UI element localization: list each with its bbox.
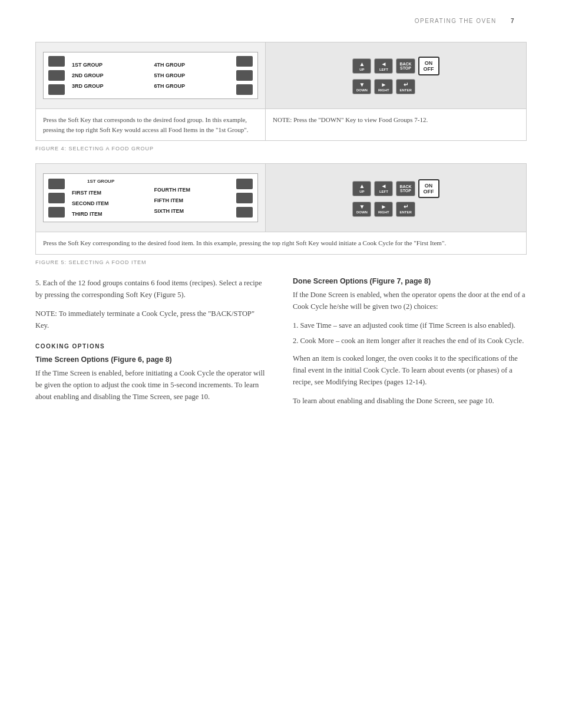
item-4: FOURTH ITEM <box>152 186 232 194</box>
menu-col-2-5: FOURTH ITEM FIFTH ITEM SIXTH ITEM <box>152 177 232 218</box>
keypad-4: ▲ UP ◄ LEFT BACK STOP ON OFF ▼ DOWN <box>352 57 439 94</box>
soft-key-top-left-4[interactable] <box>48 56 65 67</box>
group-4: 4TH GROUP <box>152 61 232 69</box>
soft-key-mid-left-5[interactable] <box>48 193 65 203</box>
figure-4-keypad: ▲ UP ◄ LEFT BACK STOP ON OFF ▼ DOWN <box>266 42 526 108</box>
done-screen-item2: 2. Cook More – cook an item longer after… <box>293 335 527 347</box>
item-2: SECOND ITEM <box>70 199 150 207</box>
page-header: OPERATING THE OVEN 7 <box>35 18 527 24</box>
right-arrow-icon-5: ► <box>381 204 386 210</box>
content-left: 5. Each of the 12 food groups contains 6… <box>35 277 269 414</box>
left-key-4[interactable]: ◄ LEFT <box>374 58 393 74</box>
item-5: FIFTH ITEM <box>152 196 232 205</box>
up-arrow-icon-5: ▲ <box>359 183 365 189</box>
soft-key-mid-right-5[interactable] <box>236 193 253 203</box>
soft-key-top-left-5[interactable] <box>48 179 65 189</box>
soft-keys-left-5 <box>48 179 65 218</box>
group-5: 5TH GROUP <box>152 71 232 80</box>
down-arrow-icon-5: ▼ <box>359 204 365 210</box>
down-arrow-icon: ▼ <box>359 82 365 88</box>
up-key-4[interactable]: ▲ UP <box>352 58 371 74</box>
soft-key-mid-left-4[interactable] <box>48 70 65 81</box>
up-label: UP <box>359 68 364 71</box>
up-arrow-icon: ▲ <box>359 61 365 67</box>
menu-col-2-4: 4TH GROUP 5TH GROUP 6TH GROUP <box>152 61 232 90</box>
down-key-5[interactable]: ▼ DOWN <box>352 202 371 217</box>
soft-key-bot-right-5[interactable] <box>236 207 253 218</box>
group-6: 6TH GROUP <box>152 82 232 90</box>
right-arrow-icon: ► <box>381 82 386 88</box>
on-off-key-5[interactable]: ON OFF <box>418 179 439 198</box>
right-label: RIGHT <box>378 88 389 92</box>
group-3: 3RD GROUP <box>70 82 150 90</box>
figure-5-box: 1ST GROUP FIRST ITEM SECOND ITEM THIRD I… <box>35 163 527 255</box>
keypad-row-bottom-5: ▼ DOWN ► RIGHT ↵ ENTER <box>352 202 439 217</box>
figure-4-label: FIGURE 4: Selecting a Food Group <box>35 146 527 151</box>
soft-key-bot-left-5[interactable] <box>48 207 65 218</box>
enter-arrow-icon-5: ↵ <box>404 204 408 210</box>
up-key-5[interactable]: ▲ UP <box>352 181 371 196</box>
down-label-5: DOWN <box>356 210 368 214</box>
enter-arrow-icon: ↵ <box>404 82 408 88</box>
figure-5-captions: Press the Soft Key corresponding to the … <box>36 232 526 254</box>
note-text: NOTE: To immediately terminate a Cook Cy… <box>35 308 269 331</box>
figure-4-caption-right: NOTE: Press the "DOWN" Key to view Food … <box>266 109 526 140</box>
figure-4-box: 1ST GROUP 2ND GROUP 3RD GROUP 4TH GROUP … <box>35 42 527 141</box>
keypad-5: ▲ UP ◄ LEFT BACK STOP ON OFF ▼ DOWN <box>352 179 439 217</box>
right-key-4[interactable]: ► RIGHT <box>374 79 393 94</box>
keypad-row-bottom: ▼ DOWN ► RIGHT ↵ ENTER <box>352 79 439 94</box>
done-screen-text1: If the Done Screen is enabled, when the … <box>293 289 527 312</box>
soft-key-top-right-4[interactable] <box>236 56 253 67</box>
enter-key-5[interactable]: ↵ ENTER <box>396 202 415 217</box>
menu-grid-4: 1ST GROUP 2ND GROUP 3RD GROUP 4TH GROUP … <box>70 61 232 90</box>
page-number: 7 <box>511 18 515 24</box>
group-2: 2ND GROUP <box>70 71 150 80</box>
enter-key-4[interactable]: ↵ ENTER <box>396 79 415 94</box>
soft-key-top-right-5[interactable] <box>236 179 253 189</box>
time-screen-text: If the Time Screen is enabled, before in… <box>35 367 269 403</box>
back-stop-key-5[interactable]: BACK STOP <box>396 181 415 196</box>
figure-4-caption-left: Press the Soft Key that corresponds to t… <box>36 109 266 140</box>
down-key-4[interactable]: ▼ DOWN <box>352 79 371 94</box>
group-1: 1ST GROUP <box>70 61 150 69</box>
menu-col-1-4: 1ST GROUP 2ND GROUP 3RD GROUP <box>70 61 150 90</box>
enter-label: ENTER <box>399 88 411 92</box>
on-off-key-4[interactable]: ON OFF <box>418 57 439 75</box>
item-1: FIRST ITEM <box>70 189 150 197</box>
figure-4-display: 1ST GROUP 2ND GROUP 3RD GROUP 4TH GROUP … <box>36 42 266 108</box>
left-arrow-icon-5: ◄ <box>381 183 386 189</box>
done-screen-text2: When an item is cooked longer, the oven … <box>293 353 527 388</box>
item-6: SIXTH ITEM <box>152 207 232 215</box>
soft-keys-left-4 <box>48 56 65 95</box>
menu-grid-5: 1ST GROUP FIRST ITEM SECOND ITEM THIRD I… <box>70 177 232 218</box>
oven-screen-4: 1ST GROUP 2ND GROUP 3RD GROUP 4TH GROUP … <box>43 52 258 99</box>
item-3: THIRD ITEM <box>70 210 150 218</box>
keypad-row-top: ▲ UP ◄ LEFT BACK STOP ON OFF <box>352 57 439 75</box>
soft-key-bot-right-4[interactable] <box>236 84 253 95</box>
keypad-row-top-5: ▲ UP ◄ LEFT BACK STOP ON OFF <box>352 179 439 198</box>
figure-4-captions: Press the Soft Key that corresponds to t… <box>36 108 526 140</box>
soft-key-mid-right-4[interactable] <box>236 70 253 81</box>
right-key-5[interactable]: ► RIGHT <box>374 202 393 217</box>
time-screen-heading: Time Screen Options (Figure 6, page 8) <box>35 355 269 364</box>
header-title: OPERATING THE OVEN <box>415 18 497 24</box>
up-label-5: UP <box>359 190 364 193</box>
left-key-5[interactable]: ◄ LEFT <box>374 181 393 196</box>
left-label-5: LEFT <box>379 190 388 193</box>
figure-4-inner: 1ST GROUP 2ND GROUP 3RD GROUP 4TH GROUP … <box>36 42 526 108</box>
figure-5-keypad: ▲ UP ◄ LEFT BACK STOP ON OFF ▼ DOWN <box>266 164 526 232</box>
figure-5-display: 1ST GROUP FIRST ITEM SECOND ITEM THIRD I… <box>36 164 266 232</box>
soft-keys-right-4 <box>236 56 253 95</box>
soft-key-bot-left-4[interactable] <box>48 84 65 95</box>
figure-5-label: FIGURE 5: Selecting a Food Item <box>35 259 527 265</box>
back-stop-key-4[interactable]: BACK STOP <box>396 58 415 74</box>
oven-screen-5: 1ST GROUP FIRST ITEM SECOND ITEM THIRD I… <box>43 173 258 222</box>
down-label: DOWN <box>356 88 368 92</box>
main-content: 5. Each of the 12 food groups contains 6… <box>35 277 527 414</box>
figure-5-caption: Press the Soft Key corresponding to the … <box>36 232 526 254</box>
left-arrow-icon: ◄ <box>381 61 386 67</box>
done-screen-item1: 1. Save Time – save an adjusted cook tim… <box>293 319 527 331</box>
done-screen-text3: To learn about enabling and disabling th… <box>293 395 527 407</box>
soft-keys-right-5 <box>236 179 253 218</box>
done-screen-heading: Done Screen Options (Figure 7, page 8) <box>293 277 527 285</box>
